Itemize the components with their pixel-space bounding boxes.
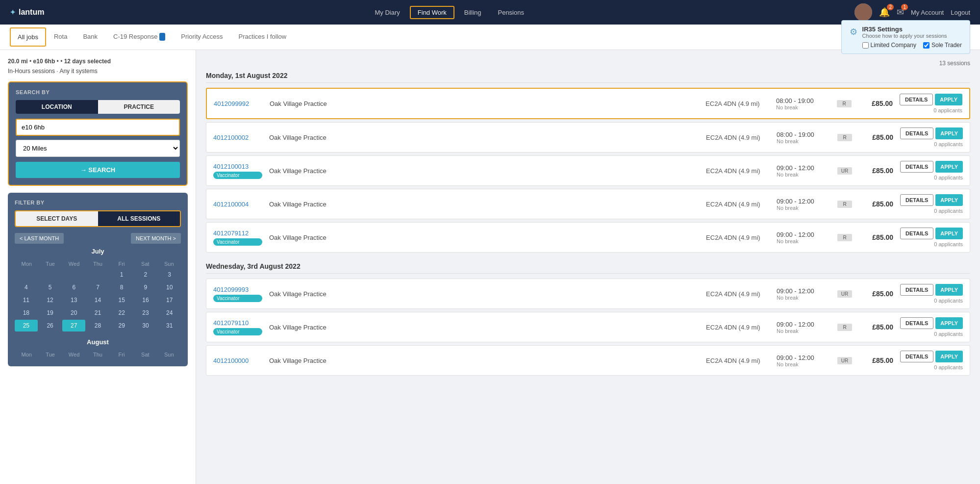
calendar-day[interactable]: 13 <box>62 294 85 306</box>
search-button[interactable]: → SEARCH <box>16 162 180 178</box>
calendar-day[interactable]: 4 <box>15 281 38 293</box>
nav-my-diary[interactable]: My Diary <box>368 7 407 18</box>
details-button[interactable]: DETAILS <box>900 317 933 329</box>
job-price: £85.00 <box>859 167 893 175</box>
calendar-day[interactable]: 9 <box>134 281 157 293</box>
select-days-tab[interactable]: SELECT DAYS <box>16 211 98 226</box>
calendar-day[interactable]: 1 <box>110 269 133 280</box>
mail-icon[interactable]: ✉ 1 <box>897 7 904 18</box>
calendar-day[interactable] <box>62 269 85 280</box>
nav-find-work[interactable]: Find Work <box>410 6 454 19</box>
job-id[interactable]: 4012079110 <box>213 319 262 327</box>
location-tab[interactable]: LOCATION <box>16 100 98 114</box>
job-id[interactable]: 4012100013 <box>213 163 262 170</box>
location-input[interactable] <box>16 119 180 136</box>
job-status-badge: UR <box>837 290 852 298</box>
calendar-day[interactable]: 24 <box>158 307 181 319</box>
calendar-day[interactable]: 6 <box>62 281 85 293</box>
sessions-count: 13 sessions <box>206 60 970 67</box>
august-calendar: August Mon Tue Wed Thu Fri Sat Sun <box>15 338 181 359</box>
ir35-sole-checkbox[interactable] <box>923 42 930 49</box>
calendar-day[interactable]: 10 <box>158 281 181 293</box>
apply-button[interactable]: APPLY <box>935 194 963 206</box>
ir35-limited-company[interactable]: Limited Company <box>862 42 916 49</box>
apply-button[interactable]: APPLY <box>935 228 963 239</box>
my-account-link[interactable]: My Account <box>911 9 944 16</box>
tab-c19[interactable]: C-19 Response <box>105 26 173 48</box>
practice-tab[interactable]: PRACTICE <box>98 100 180 114</box>
job-row: 4012100002Oak Village PracticeEC2A 4DN (… <box>206 122 970 153</box>
all-sessions-tab[interactable]: ALL SESSIONS <box>98 211 180 226</box>
calendar-day[interactable]: 23 <box>134 307 157 319</box>
calendar-day[interactable]: 22 <box>110 307 133 319</box>
job-id[interactable]: 4012100002 <box>213 134 262 141</box>
calendar-day[interactable]: 17 <box>158 294 181 306</box>
calendar-day[interactable]: 7 <box>86 281 109 293</box>
apply-button[interactable]: APPLY <box>935 317 963 329</box>
apply-button[interactable]: APPLY <box>935 351 963 362</box>
job-id[interactable]: 4012099992 <box>214 100 263 107</box>
ir35-title: IR35 Settings <box>862 25 962 33</box>
details-button[interactable]: DETAILS <box>900 351 933 362</box>
calendar-day[interactable]: 30 <box>134 320 157 331</box>
calendar-day[interactable]: 31 <box>158 320 181 331</box>
details-button[interactable]: DETAILS <box>900 127 933 139</box>
calendar-day[interactable]: 29 <box>110 320 133 331</box>
apply-button[interactable]: APPLY <box>935 94 962 105</box>
notifications-icon[interactable]: 🔔 2 <box>879 7 890 18</box>
calendar-day[interactable]: 20 <box>62 307 85 319</box>
job-id[interactable]: 4012099993 <box>213 286 262 293</box>
calendar-day[interactable]: 26 <box>39 320 62 331</box>
calendar-day[interactable]: 12 <box>39 294 62 306</box>
details-button[interactable]: DETAILS <box>900 228 933 239</box>
apply-button[interactable]: APPLY <box>935 127 963 139</box>
calendar-day[interactable]: 15 <box>110 294 133 306</box>
miles-select[interactable]: 5 Miles 10 Miles 20 Miles 30 Miles 50 Mi… <box>16 140 180 157</box>
details-button[interactable]: DETAILS <box>900 284 933 296</box>
tab-bank[interactable]: Bank <box>75 26 105 48</box>
next-month-btn[interactable]: NEXT MONTH > <box>131 233 181 244</box>
tab-practices-follow[interactable]: Practices I follow <box>231 26 295 48</box>
details-button[interactable]: DETAILS <box>900 161 933 173</box>
logout-link[interactable]: Logout <box>951 9 970 16</box>
tab-priority-access[interactable]: Priority Access <box>173 26 230 48</box>
calendar-day[interactable]: 11 <box>15 294 38 306</box>
calendar-day[interactable]: 8 <box>110 281 133 293</box>
calendar-day[interactable]: 2 <box>134 269 157 280</box>
calendar-day[interactable] <box>15 269 38 280</box>
apply-button[interactable]: APPLY <box>935 161 963 173</box>
avatar[interactable] <box>854 3 872 21</box>
calendar-day[interactable]: 27 <box>62 320 85 331</box>
job-id[interactable]: 4012100000 <box>213 357 262 364</box>
calendar-day[interactable]: 5 <box>39 281 62 293</box>
job-id[interactable]: 4012100004 <box>213 201 262 208</box>
job-id[interactable]: 4012079112 <box>213 229 262 237</box>
details-button[interactable]: DETAILS <box>900 194 933 206</box>
calendar-day[interactable]: 19 <box>39 307 62 319</box>
tab-rota[interactable]: Rota <box>46 26 75 48</box>
top-nav: ✦ lantum My Diary Find Work Billing Pens… <box>0 0 980 25</box>
calendar-day[interactable]: 3 <box>158 269 181 280</box>
filter-info-distance: 20.0 mi • e10 6hb • • 12 days selected <box>8 58 188 65</box>
last-month-btn[interactable]: < LAST MONTH <box>15 233 64 244</box>
calendar-day[interactable] <box>86 269 109 280</box>
july-cal-grid: 1234567891011121314151617181920212223242… <box>15 269 181 331</box>
calendar-day[interactable]: 21 <box>86 307 109 319</box>
tab-all-jobs[interactable]: All jobs <box>10 27 46 47</box>
calendar-day[interactable]: 25 <box>15 320 38 331</box>
calendar-day[interactable]: 18 <box>15 307 38 319</box>
nav-pensions[interactable]: Pensions <box>491 7 530 18</box>
job-id-wrap: 4012100000 <box>213 357 262 364</box>
calendar-day[interactable]: 16 <box>134 294 157 306</box>
day-title: Monday, 1st August 2022 <box>206 72 970 83</box>
apply-button[interactable]: APPLY <box>935 284 963 296</box>
loc-prac-tabs: LOCATION PRACTICE <box>16 100 180 114</box>
calendar-day[interactable] <box>39 269 62 280</box>
ir35-limited-checkbox[interactable] <box>862 42 869 49</box>
nav-billing[interactable]: Billing <box>457 7 488 18</box>
job-row: 4012099992Oak Village PracticeEC2A 4DN (… <box>206 88 970 119</box>
details-button[interactable]: DETAILS <box>900 94 933 105</box>
calendar-day[interactable]: 14 <box>86 294 109 306</box>
ir35-sole-trader[interactable]: Sole Trader <box>923 42 962 49</box>
calendar-day[interactable]: 28 <box>86 320 109 331</box>
